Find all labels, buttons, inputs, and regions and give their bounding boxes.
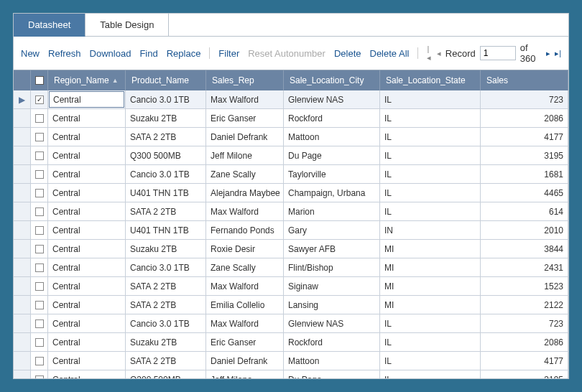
- cell-region[interactable]: Central: [48, 202, 126, 220]
- cell-rep[interactable]: Alejandra Maybee: [206, 184, 284, 202]
- table-row[interactable]: CentralCancio 3.0 1TBZane ScallyTaylorvi…: [14, 165, 568, 184]
- cell-region[interactable]: Central: [48, 128, 126, 146]
- col-header-sales[interactable]: Sales: [481, 70, 568, 90]
- cell-product[interactable]: SATA 2 2TB: [126, 202, 206, 220]
- row-checkbox[interactable]: [35, 226, 44, 235]
- table-row[interactable]: CentralSuzaku 2TBEric GanserRockfordIL20…: [14, 333, 568, 352]
- row-checkbox-cell[interactable]: [31, 128, 48, 146]
- cell-rep[interactable]: Max Walford: [206, 90, 284, 108]
- cell-product[interactable]: Q300 500MB: [126, 146, 206, 164]
- cell-product[interactable]: Cancio 3.0 1TB: [126, 258, 206, 276]
- filter-button[interactable]: Filter: [218, 48, 239, 59]
- row-checkbox-cell[interactable]: [31, 165, 48, 183]
- cell-state[interactable]: IL: [380, 146, 481, 164]
- table-row[interactable]: CentralSuzaku 2TBRoxie DesirSawyer AFBMI…: [14, 240, 568, 258]
- cell-region[interactable]: Central: [48, 333, 126, 351]
- cell-sales[interactable]: 4177: [481, 128, 568, 146]
- cell-city[interactable]: Marion: [284, 202, 380, 220]
- cell-rep[interactable]: Max Walford: [206, 277, 284, 295]
- cell-state[interactable]: IL: [380, 90, 481, 108]
- cell-product[interactable]: U401 THN 1TB: [126, 184, 206, 202]
- cell-sales[interactable]: 1523: [481, 277, 568, 295]
- table-row[interactable]: CentralU401 THN 1TBFernando PondsGaryIN2…: [14, 221, 568, 240]
- delete-all-button[interactable]: Delete All: [370, 48, 410, 59]
- cell-region[interactable]: Central: [48, 90, 126, 108]
- cell-rep[interactable]: Roxie Desir: [206, 240, 284, 258]
- cell-sales[interactable]: 2122: [481, 296, 568, 314]
- row-checkbox-cell[interactable]: [31, 352, 48, 370]
- row-checkbox[interactable]: [35, 319, 44, 328]
- cell-city[interactable]: Mattoon: [284, 352, 380, 370]
- cell-product[interactable]: SATA 2 2TB: [126, 277, 206, 295]
- row-checkbox-cell[interactable]: [31, 184, 48, 202]
- cell-rep[interactable]: Max Walford: [206, 314, 284, 332]
- cell-product[interactable]: U401 THN 1TB: [126, 221, 206, 239]
- cell-product[interactable]: SATA 2 2TB: [126, 128, 206, 146]
- cell-state[interactable]: IL: [380, 352, 481, 370]
- last-record-icon[interactable]: ▸|: [555, 49, 561, 58]
- select-all-header[interactable]: [31, 70, 48, 90]
- table-row[interactable]: CentralSATA 2 2TBMax WalfordSiginawMI152…: [14, 277, 568, 296]
- cell-region[interactable]: Central: [48, 296, 126, 314]
- row-marker[interactable]: [14, 296, 31, 314]
- cell-product[interactable]: SATA 2 2TB: [126, 352, 206, 370]
- cell-state[interactable]: IN: [380, 221, 481, 239]
- cell-rep[interactable]: Daniel Defrank: [206, 352, 284, 370]
- cell-city[interactable]: Siginaw: [284, 277, 380, 295]
- cell-city[interactable]: Rockford: [284, 333, 380, 351]
- cell-city[interactable]: Glenview NAS: [284, 90, 380, 108]
- table-row[interactable]: CentralSATA 2 2TBMax WalfordMarionIL614: [14, 202, 568, 221]
- cell-city[interactable]: Lansing: [284, 296, 380, 314]
- row-checkbox-cell[interactable]: [31, 202, 48, 220]
- prev-record-icon[interactable]: ◂: [437, 49, 441, 58]
- col-header-state[interactable]: Sale_Location_State: [380, 70, 481, 90]
- row-marker[interactable]: [14, 352, 31, 370]
- col-header-product[interactable]: Product_Name: [126, 70, 206, 90]
- cell-rep[interactable]: Eric Ganser: [206, 333, 284, 351]
- cell-state[interactable]: MI: [380, 258, 481, 276]
- row-marker[interactable]: ▶: [14, 90, 31, 108]
- cell-region[interactable]: Central: [48, 146, 126, 164]
- row-checkbox[interactable]: [35, 375, 44, 379]
- row-checkbox[interactable]: [35, 357, 44, 365]
- row-checkbox[interactable]: [35, 263, 44, 272]
- row-checkbox[interactable]: [35, 133, 44, 141]
- row-marker[interactable]: [14, 240, 31, 258]
- row-checkbox[interactable]: [35, 282, 44, 291]
- cell-sales[interactable]: 723: [481, 90, 568, 108]
- table-row[interactable]: CentralQ300 500MBJeff MiloneDu PageIL319…: [14, 370, 568, 378]
- cell-state[interactable]: MI: [380, 277, 481, 295]
- row-checkbox[interactable]: [35, 207, 44, 216]
- cell-state[interactable]: IL: [380, 202, 481, 220]
- cell-region[interactable]: Central: [48, 240, 126, 258]
- cell-city[interactable]: Du Page: [284, 370, 380, 378]
- cell-region[interactable]: Central: [48, 370, 126, 378]
- cell-product[interactable]: Suzaku 2TB: [126, 240, 206, 258]
- cell-region[interactable]: Central: [48, 277, 126, 295]
- row-checkbox-cell[interactable]: [31, 296, 48, 314]
- row-checkbox-cell[interactable]: [31, 258, 48, 276]
- cell-rep[interactable]: Daniel Defrank: [206, 128, 284, 146]
- cell-rep[interactable]: Jeff Milone: [206, 370, 284, 378]
- row-marker[interactable]: [14, 146, 31, 164]
- cell-city[interactable]: Mattoon: [284, 128, 380, 146]
- row-marker[interactable]: [14, 165, 31, 183]
- cell-city[interactable]: Champaign, Urbana: [284, 184, 380, 202]
- cell-state[interactable]: IL: [380, 333, 481, 351]
- delete-button[interactable]: Delete: [334, 48, 361, 59]
- cell-state[interactable]: IL: [380, 314, 481, 332]
- col-header-rep[interactable]: Sales_Rep: [206, 70, 284, 90]
- cell-sales[interactable]: 614: [481, 202, 568, 220]
- cell-sales[interactable]: 4177: [481, 352, 568, 370]
- table-row[interactable]: CentralSATA 2 2TBDaniel DefrankMattoonIL…: [14, 128, 568, 146]
- cell-region[interactable]: Central: [48, 184, 126, 202]
- row-checkbox[interactable]: [35, 151, 44, 160]
- row-checkbox-cell[interactable]: [31, 333, 48, 351]
- cell-product[interactable]: Q300 500MB: [126, 370, 206, 378]
- cell-rep[interactable]: Fernando Ponds: [206, 221, 284, 239]
- cell-state[interactable]: IL: [380, 370, 481, 378]
- cell-region[interactable]: Central: [48, 221, 126, 239]
- cell-state[interactable]: MI: [380, 296, 481, 314]
- row-checkbox-cell[interactable]: [31, 109, 48, 127]
- replace-button[interactable]: Replace: [167, 48, 201, 59]
